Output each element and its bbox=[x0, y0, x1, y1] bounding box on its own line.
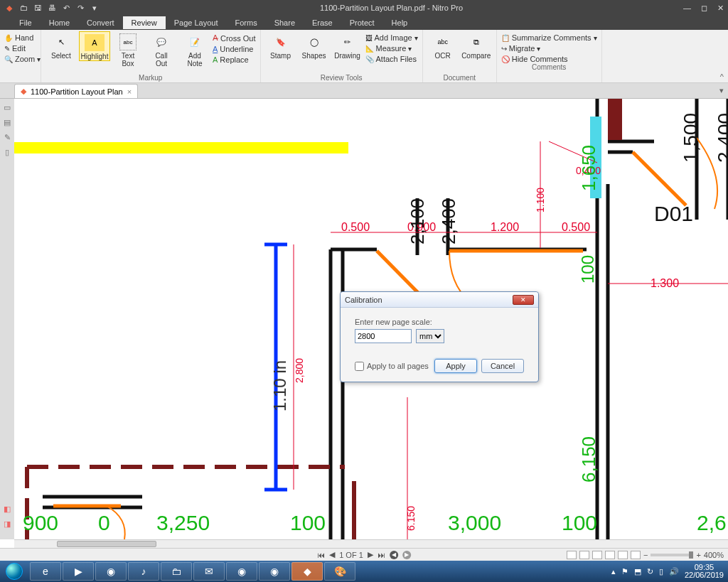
apply-all-checkbox[interactable]: Apply to all pages bbox=[355, 362, 429, 371]
scale-input[interactable] bbox=[355, 329, 412, 343]
panel-icon-2[interactable]: ◨ bbox=[4, 519, 11, 529]
document-tab[interactable]: ◆ 1100-Partition Layout Plan × bbox=[14, 84, 138, 98]
next-page-icon[interactable]: ▶ bbox=[368, 550, 373, 559]
tray-clock[interactable]: 09:35 22/06/2019 bbox=[685, 564, 724, 579]
tray-network-icon[interactable]: ▯ bbox=[659, 567, 663, 576]
task-paint[interactable]: 🎨 bbox=[324, 562, 355, 581]
apply-button[interactable]: Apply bbox=[434, 359, 477, 373]
horizontal-scrollbar[interactable] bbox=[14, 539, 728, 548]
view-mode-2[interactable] bbox=[579, 551, 589, 559]
print-icon[interactable]: 🖶 bbox=[47, 3, 57, 13]
first-page-icon[interactable]: ⏮ bbox=[317, 551, 325, 559]
text-box-button[interactable]: abcText Box bbox=[112, 31, 144, 68]
zoom-tool[interactable]: 🔍 Zoom ▾ bbox=[4, 55, 36, 63]
hide-comments-button[interactable]: 🚫 Hide Comments bbox=[501, 55, 597, 63]
tray-icon-2[interactable]: ↻ bbox=[647, 567, 653, 576]
hand-tool[interactable]: ✋ Hand bbox=[4, 33, 36, 42]
open-icon[interactable]: 🗀 bbox=[18, 3, 28, 13]
dim-label: 3,250 bbox=[156, 511, 210, 535]
menu-home[interactable]: Home bbox=[41, 16, 78, 29]
underline-button[interactable]: A Underline bbox=[213, 45, 256, 53]
dim-label: 6,150 bbox=[578, 436, 600, 483]
menu-file[interactable]: File bbox=[11, 16, 41, 29]
select-button[interactable]: ↖Select bbox=[46, 31, 77, 60]
call-out-button[interactable]: 💬Call Out bbox=[146, 31, 177, 68]
pages-panel-icon[interactable]: ▭ bbox=[4, 103, 11, 112]
add-note-button[interactable]: 📝Add Note bbox=[179, 31, 210, 68]
menu-share[interactable]: Share bbox=[266, 16, 304, 29]
door-label: D01 bbox=[654, 202, 693, 226]
view-mode-5[interactable] bbox=[618, 551, 628, 559]
ocr-button[interactable]: abcOCR bbox=[427, 31, 459, 60]
qat-more-icon[interactable]: ▾ bbox=[90, 3, 100, 13]
attachments-panel-icon[interactable]: ▯ bbox=[5, 148, 9, 157]
cross-out-button[interactable]: A̶ Cross Out bbox=[213, 33, 256, 43]
drawing-button[interactable]: ✏Drawing bbox=[332, 31, 363, 60]
stamp-button[interactable]: 🔖Stamp bbox=[265, 31, 296, 60]
add-image-button[interactable]: 🖼 Add Image ▾ bbox=[365, 33, 418, 42]
replace-button[interactable]: A Replace bbox=[213, 55, 256, 64]
panel-icon-1[interactable]: ◧ bbox=[4, 505, 11, 514]
redo-icon[interactable]: ↷ bbox=[75, 3, 85, 13]
measure-button[interactable]: 📐 Measure ▾ bbox=[365, 44, 418, 53]
task-media[interactable]: ▶ bbox=[63, 562, 94, 581]
prev-page-icon[interactable]: ◀ bbox=[329, 550, 335, 559]
document-tab-label: 1100-Partition Layout Plan bbox=[31, 87, 123, 96]
menu-forms[interactable]: Forms bbox=[226, 16, 265, 29]
undo-icon[interactable]: ↶ bbox=[61, 3, 71, 13]
zoom-slider[interactable] bbox=[651, 554, 693, 556]
menu-erase[interactable]: Erase bbox=[304, 16, 341, 29]
task-outlook[interactable]: ✉ bbox=[193, 562, 225, 581]
zoom-out-icon[interactable]: − bbox=[643, 551, 648, 559]
view-mode-1[interactable] bbox=[567, 551, 577, 559]
task-chrome-2[interactable]: ◉ bbox=[226, 562, 257, 581]
tab-menu-icon[interactable]: ▾ bbox=[719, 86, 724, 95]
bookmarks-panel-icon[interactable]: ▤ bbox=[4, 118, 11, 127]
nav-back-icon[interactable]: ◀ bbox=[390, 551, 398, 559]
collapse-ribbon-icon[interactable]: ^ bbox=[720, 72, 724, 81]
tray-volume-icon[interactable]: 🔊 bbox=[669, 567, 679, 576]
maximize-button[interactable]: ◻ bbox=[701, 4, 707, 13]
shapes-button[interactable]: ◯Shapes bbox=[299, 31, 330, 60]
view-mode-4[interactable] bbox=[605, 551, 615, 559]
tray-up-icon[interactable]: ▴ bbox=[611, 567, 616, 576]
dim-label: 0 bbox=[98, 511, 110, 535]
edit-tool[interactable]: ✎ Edit bbox=[4, 44, 36, 53]
unit-select[interactable]: mm bbox=[416, 329, 444, 343]
dialog-close-icon[interactable]: ✕ bbox=[513, 295, 534, 305]
task-itunes[interactable]: ♪ bbox=[128, 562, 159, 581]
cancel-button[interactable]: Cancel bbox=[481, 359, 524, 373]
save-icon[interactable]: 🖫 bbox=[33, 3, 43, 13]
view-mode-6[interactable] bbox=[631, 551, 641, 559]
last-page-icon[interactable]: ⏭ bbox=[378, 551, 385, 559]
task-ie[interactable]: e bbox=[30, 562, 61, 581]
menu-page-layout[interactable]: Page Layout bbox=[166, 16, 227, 29]
menu-bar: File Home Convert Review Page Layout For… bbox=[0, 16, 728, 30]
migrate-button[interactable]: ↪ Migrate ▾ bbox=[501, 44, 597, 53]
view-mode-3[interactable] bbox=[592, 551, 602, 559]
task-explorer[interactable]: 🗀 bbox=[161, 562, 192, 581]
attach-files-button[interactable]: 📎 Attach Files bbox=[365, 55, 418, 63]
menu-protect[interactable]: Protect bbox=[341, 16, 383, 29]
minimize-button[interactable]: — bbox=[683, 4, 691, 13]
menu-help[interactable]: Help bbox=[383, 16, 417, 29]
nav-fwd-icon[interactable]: ▶ bbox=[402, 551, 411, 559]
compare-button[interactable]: ⧉Compare bbox=[461, 31, 492, 60]
close-tab-icon[interactable]: × bbox=[127, 87, 132, 96]
tray-flag-icon[interactable]: ⚑ bbox=[621, 567, 628, 576]
menu-convert[interactable]: Convert bbox=[78, 16, 123, 29]
signatures-panel-icon[interactable]: ✎ bbox=[4, 133, 11, 142]
close-button[interactable]: ✕ bbox=[717, 4, 724, 13]
dim-label: 1,650 bbox=[578, 145, 600, 191]
highlight-button[interactable]: AHighlight bbox=[79, 31, 110, 61]
tray-icon-1[interactable]: ⬒ bbox=[634, 567, 641, 576]
task-chrome-3[interactable]: ◉ bbox=[259, 562, 290, 581]
dialog-title: Calibration bbox=[345, 296, 382, 304]
summarize-comments-button[interactable]: 📋 Summarize Comments ▾ bbox=[501, 33, 597, 42]
scroll-thumb[interactable] bbox=[57, 541, 156, 547]
menu-review[interactable]: Review bbox=[123, 16, 166, 29]
task-chrome-1[interactable]: ◉ bbox=[95, 562, 127, 581]
task-nitro[interactable]: ◆ bbox=[291, 562, 323, 581]
zoom-in-icon[interactable]: + bbox=[696, 551, 700, 559]
start-button[interactable] bbox=[0, 561, 28, 582]
